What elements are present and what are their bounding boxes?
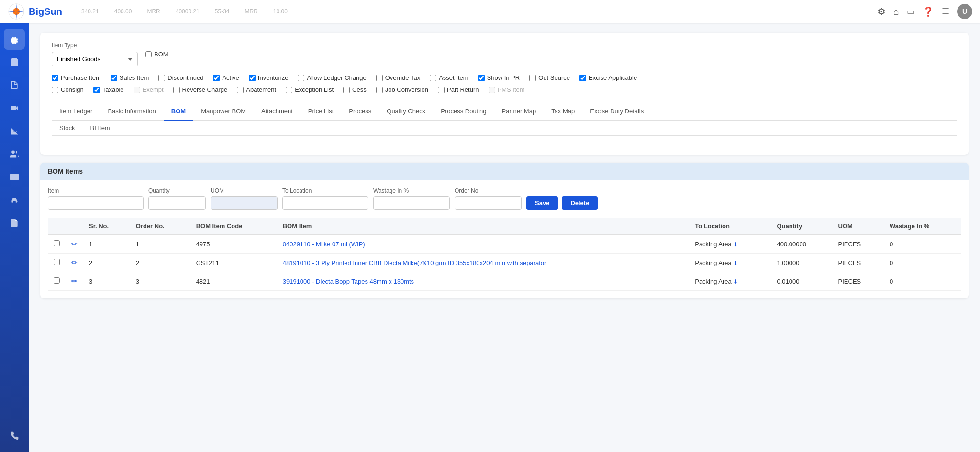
monitor-icon[interactable]: ▭ (907, 6, 915, 17)
checkbox-part-return[interactable]: Part Return (438, 86, 479, 93)
bom-item-link[interactable]: 39191000 - Dlecta Bopp Tapes 48mm x 130m… (283, 278, 414, 285)
bom-checkbox-label[interactable]: BOM (145, 51, 168, 58)
bom-body: Item Quantity UOM To Location (40, 180, 969, 298)
sidebar-item-users[interactable] (4, 143, 25, 165)
th-uom: UOM (833, 218, 884, 235)
order-no-input-label: Order No. (455, 187, 522, 194)
checkbox-job-conversion[interactable]: Job Conversion (376, 86, 428, 93)
checkbox-abatement[interactable]: Abatement (237, 86, 276, 93)
order-no-input[interactable] (455, 196, 522, 210)
bom-action-buttons: Save Delete (526, 196, 961, 210)
tabs-row-1: Item Ledger Basic Information BOM Manpow… (52, 103, 957, 121)
row-checkbox-cell (48, 254, 66, 272)
row-checkbox[interactable] (54, 240, 60, 246)
money-icon (10, 172, 19, 182)
row-edit-icon[interactable]: ✏ (71, 277, 78, 285)
bigsun-logo-icon (8, 3, 25, 20)
checkbox-cess[interactable]: Cess (343, 86, 367, 93)
th-order-no: Order No. (130, 218, 190, 235)
uom-input-label: UOM (211, 187, 278, 194)
row-checkbox[interactable] (54, 259, 60, 265)
sidebar-item-phone[interactable] (4, 425, 25, 446)
th-checkbox (48, 218, 66, 235)
checkbox-sales-item[interactable]: Sales Item (111, 74, 149, 81)
row-bom-item-code: GST211 (190, 254, 277, 272)
row-edit-icon[interactable]: ✏ (71, 240, 78, 248)
tab-tax-map[interactable]: Tax Map (544, 103, 582, 121)
row-checkbox[interactable] (54, 277, 60, 284)
row-checkbox-cell (48, 235, 66, 254)
main-content: Item Type Finished Goods Raw Material Se… (29, 23, 980, 452)
sidebar-item-video[interactable] (4, 98, 25, 119)
item-input[interactable] (48, 196, 144, 210)
users-icon (10, 149, 19, 159)
th-wastage: Wastage In % (884, 218, 961, 235)
item-type-row: Item Type Finished Goods Raw Material Se… (52, 42, 957, 66)
row-checkbox-cell (48, 272, 66, 291)
sidebar-item-document[interactable] (4, 212, 25, 233)
row-bom-item: 39191000 - Dlecta Bopp Tapes 48mm x 130m… (277, 272, 690, 291)
menu-icon[interactable]: ☰ (942, 6, 949, 17)
checkbox-consign[interactable]: Consign (52, 86, 84, 93)
wastage-input[interactable] (373, 196, 450, 210)
sidebar-item-chart[interactable] (4, 121, 25, 142)
delete-button[interactable]: Delete (562, 196, 598, 210)
nav-item-2: 400.00 (114, 8, 132, 15)
tab-attachment[interactable]: Attachment (254, 103, 301, 121)
tab-process-routing[interactable]: Process Routing (433, 103, 494, 121)
tab-partner-map[interactable]: Partner Map (494, 103, 544, 121)
tab-item-ledger[interactable]: Item Ledger (52, 103, 100, 121)
bom-item-link[interactable]: 04029110 - Milke 07 ml (WIP) (283, 241, 365, 248)
tab-process[interactable]: Process (341, 103, 379, 121)
input-group-order-no: Order No. (455, 187, 522, 210)
tab-manpower-bom[interactable]: Manpower BOM (193, 103, 254, 121)
checkbox-discontinued[interactable]: Discontinued (158, 74, 203, 81)
tab-basic-information[interactable]: Basic Information (100, 103, 163, 121)
bom-checkbox[interactable] (145, 51, 152, 57)
tab-bom[interactable]: BOM (164, 103, 193, 121)
checkbox-reverse-charge[interactable]: Reverse Charge (173, 86, 228, 93)
table-row: ✏ 2 2 GST211 48191010 - 3 Ply Printed In… (48, 254, 961, 272)
tab-stock[interactable]: Stock (52, 121, 83, 135)
th-sr-no: Sr. No. (83, 218, 130, 235)
row-edit-icon[interactable]: ✏ (71, 258, 78, 266)
home-icon[interactable]: ⌂ (893, 6, 899, 17)
tab-bi-item[interactable]: BI Item (83, 121, 118, 135)
quantity-input[interactable] (148, 196, 206, 210)
checkbox-show-in-pr[interactable]: Show In PR (478, 74, 520, 81)
checkbox-excise-applicable[interactable]: Excise Applicable (579, 74, 637, 81)
row-bom-item-code: 4975 (190, 235, 277, 254)
row-bom-item: 48191010 - 3 Ply Printed Inner CBB Dlect… (277, 254, 690, 272)
row-wastage: 0 (884, 235, 961, 254)
sidebar-item-money[interactable] (4, 166, 25, 187)
checkbox-allow-ledger-change[interactable]: Allow Ledger Change (298, 74, 366, 81)
sidebar-item-ledger[interactable] (4, 75, 25, 96)
save-button[interactable]: Save (526, 196, 558, 210)
checkbox-asset-item[interactable]: Asset Item (430, 74, 468, 81)
row-bom-item: 04029110 - Milke 07 ml (WIP) (277, 235, 690, 254)
checkbox-taxable[interactable]: Taxable (93, 86, 124, 93)
tab-price-list[interactable]: Price List (301, 103, 341, 121)
row-edit-cell: ✏ (66, 235, 83, 254)
bom-item-link[interactable]: 48191010 - 3 Ply Printed Inner CBB Dlect… (283, 259, 546, 266)
help-icon[interactable]: ❓ (923, 6, 934, 17)
checkbox-purchase-item[interactable]: Purchase Item (52, 74, 101, 81)
sidebar-item-car[interactable] (4, 189, 25, 210)
checkbox-out-source[interactable]: Out Source (529, 74, 570, 81)
checkbox-exempt: Exempt (134, 86, 164, 93)
svg-rect-2 (10, 174, 19, 180)
nav-item-6: MRR (245, 8, 258, 15)
user-avatar[interactable]: U (957, 4, 972, 19)
tab-excise-duty-details[interactable]: Excise Duty Details (582, 103, 651, 121)
checkbox-active[interactable]: Active (213, 74, 239, 81)
checkbox-inventorize[interactable]: Inventorize (249, 74, 289, 81)
settings-icon[interactable]: ⚙ (877, 6, 886, 17)
checkbox-exception-list[interactable]: Exception List (286, 86, 334, 93)
sidebar-item-cart[interactable] (4, 52, 25, 73)
item-type-select[interactable]: Finished Goods Raw Material Semi Finishe… (52, 52, 138, 66)
row-to-location: Packing Area ⬇ (689, 254, 771, 272)
checkbox-override-tax[interactable]: Override Tax (376, 74, 420, 81)
sidebar-item-settings[interactable] (4, 29, 25, 50)
tab-quality-check[interactable]: Quality Check (379, 103, 433, 121)
to-location-input[interactable] (282, 196, 368, 210)
